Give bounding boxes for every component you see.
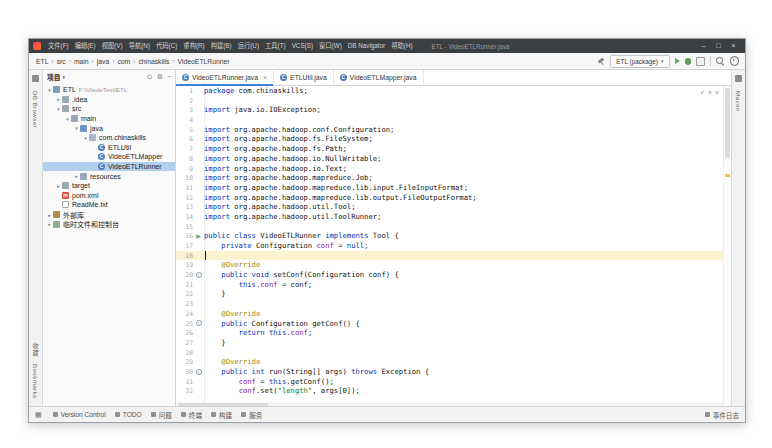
line-number[interactable]: 24 xyxy=(176,309,193,319)
run-config-select[interactable]: ETL (package) ▾ xyxy=(610,55,669,68)
tree-item[interactable]: ▾java xyxy=(43,123,175,133)
status-item[interactable]: 服务 xyxy=(241,410,262,420)
code-line[interactable]: 19 @Override xyxy=(176,260,731,270)
code-line[interactable]: 13import org.apache.hadoop.util.Tool; xyxy=(176,202,731,212)
line-number[interactable]: 17 xyxy=(176,241,193,251)
inspection-widget[interactable]: ✓ ∧ ∨ xyxy=(700,88,719,95)
tree-item[interactable]: ▾com.chinaskills xyxy=(43,133,175,143)
scrollbar-thumb[interactable] xyxy=(725,88,730,158)
project-panel-title[interactable]: 项目 xyxy=(47,72,61,82)
line-number[interactable]: 31 xyxy=(176,377,193,387)
horizontal-scrollbar[interactable] xyxy=(176,402,731,406)
status-item[interactable]: 构建 xyxy=(211,410,232,420)
close-icon[interactable]: × xyxy=(263,74,267,81)
maximize-button[interactable]: □ xyxy=(711,39,726,53)
code-line[interactable]: 21 this.conf = conf; xyxy=(176,280,731,290)
gear-icon[interactable]: ⚙ xyxy=(157,70,163,84)
line-number[interactable]: 22 xyxy=(176,289,193,299)
code-line[interactable]: 14import org.apache.hadoop.util.ToolRunn… xyxy=(176,212,731,222)
status-item[interactable]: 问题 xyxy=(151,410,172,420)
chevron-icon[interactable]: ▸ xyxy=(46,212,53,218)
code-line[interactable]: 20↑ public void setConf(Configuration co… xyxy=(176,270,731,280)
menu-item[interactable]: 工具(T) xyxy=(262,39,289,53)
line-number[interactable]: 15 xyxy=(176,222,193,232)
menu-item[interactable]: 帮助(H) xyxy=(388,39,415,53)
menu-item[interactable]: 重构(R) xyxy=(180,39,207,53)
menu-item[interactable]: 视图(V) xyxy=(99,39,126,53)
prev-problem-icon[interactable]: ∧ xyxy=(708,89,712,95)
status-item[interactable]: 事件日志 xyxy=(705,410,739,420)
tree-item[interactable]: mpom.xml xyxy=(43,191,175,201)
line-number[interactable]: 6 xyxy=(176,134,193,144)
breadcrumb-item[interactable]: ETL xyxy=(35,58,49,65)
override-icon[interactable]: ↑ xyxy=(196,320,202,326)
tree-item[interactable]: ▾main xyxy=(43,114,175,124)
minimize-button[interactable]: – xyxy=(696,39,711,53)
chevron-icon[interactable]: ▾ xyxy=(64,116,71,122)
close-button[interactable]: × xyxy=(726,39,741,53)
breadcrumb-item[interactable]: src xyxy=(56,58,67,65)
line-number[interactable]: 30 xyxy=(176,367,193,377)
code-line[interactable]: 22 } xyxy=(176,289,731,299)
line-number[interactable]: 32 xyxy=(176,386,193,396)
code-line[interactable]: 31 conf = this.getConf(); xyxy=(176,377,731,387)
editor[interactable]: 1package com.chinaskills;23import java.i… xyxy=(176,86,731,406)
code-line[interactable]: 18 xyxy=(176,251,731,261)
line-number[interactable]: 9 xyxy=(176,164,193,174)
breadcrumb-item[interactable]: chinaskills xyxy=(137,58,170,65)
editor-tab[interactable]: CETLUtil.java xyxy=(274,70,334,85)
code-line[interactable]: 5import org.apache.hadoop.conf.Configura… xyxy=(176,125,731,135)
code-area[interactable]: 1package com.chinaskills;23import java.i… xyxy=(176,86,731,402)
status-item[interactable]: 终端 xyxy=(181,410,202,420)
menu-item[interactable]: 文件(F) xyxy=(45,39,72,53)
line-number[interactable]: 21 xyxy=(176,280,193,290)
line-number[interactable]: 3 xyxy=(176,105,193,115)
chevron-icon[interactable]: ▾ xyxy=(82,135,89,141)
tool-window-button[interactable]: Bookmarks xyxy=(32,364,39,399)
locate-icon[interactable]: ⊙ xyxy=(147,70,153,84)
line-number[interactable]: 28 xyxy=(176,348,193,358)
tree-item[interactable]: ▸外部库 xyxy=(43,210,175,220)
menu-item[interactable]: VCS(S) xyxy=(289,39,316,53)
line-number[interactable]: 13 xyxy=(176,202,193,212)
line-number[interactable]: 19 xyxy=(176,260,193,270)
warning-stripe-mark[interactable] xyxy=(725,174,730,177)
run-icon[interactable] xyxy=(675,58,680,64)
code-line[interactable]: 32 conf.set("length", args[0]); xyxy=(176,386,731,396)
tree-item[interactable]: ▾src xyxy=(43,104,175,114)
code-line[interactable]: 1package com.chinaskills; xyxy=(176,86,731,96)
code-line[interactable]: 24 @Override xyxy=(176,309,731,319)
menu-item[interactable]: DB Navigator xyxy=(345,39,388,53)
code-line[interactable]: 28 xyxy=(176,348,731,358)
editor-tab[interactable]: CVideoETLMapper.java xyxy=(334,70,424,85)
chevron-icon[interactable]: ▾ xyxy=(55,106,62,112)
line-number[interactable]: 14 xyxy=(176,212,193,222)
code-line[interactable]: 16▶public class VideoETLRunner implement… xyxy=(176,231,731,241)
code-line[interactable]: 4 xyxy=(176,115,731,125)
menu-item[interactable]: 构建(B) xyxy=(208,39,235,53)
line-number[interactable]: 7 xyxy=(176,144,193,154)
status-item[interactable]: Version Control xyxy=(53,410,106,420)
project-tool-icon[interactable] xyxy=(32,75,39,82)
menu-item[interactable]: 导航(N) xyxy=(126,39,153,53)
code-line[interactable]: 15 xyxy=(176,222,731,232)
tree-item[interactable]: ▾ETLF:\ViisdeTest\ETL xyxy=(43,85,175,95)
code-line[interactable]: 30↑ public int run(String[] args) throws… xyxy=(176,367,731,377)
code-line[interactable]: 6import org.apache.hadoop.fs.FileSystem; xyxy=(176,134,731,144)
code-line[interactable]: 2 xyxy=(176,96,731,106)
breadcrumb-item[interactable]: main xyxy=(73,58,90,65)
toolwindow-switcher-icon[interactable]: ▦ xyxy=(35,411,42,419)
chevron-icon[interactable]: ▸ xyxy=(73,173,80,179)
tree-item[interactable]: ReadMe.txt xyxy=(43,200,175,210)
line-number[interactable]: 5 xyxy=(176,125,193,135)
next-problem-icon[interactable]: ∨ xyxy=(715,89,719,95)
line-number[interactable]: 12 xyxy=(176,193,193,203)
code-line[interactable]: 23 xyxy=(176,299,731,309)
tool-window-button[interactable]: 收藏 xyxy=(31,343,40,356)
coverage-icon[interactable] xyxy=(696,57,705,66)
tree-item[interactable]: CVideoETLRunner xyxy=(43,162,175,172)
chevron-icon[interactable]: ▾ xyxy=(73,125,80,131)
breadcrumb-item[interactable]: VideoETLRunner xyxy=(177,58,231,65)
line-number[interactable]: 4 xyxy=(176,115,193,125)
tree-item[interactable]: ▸resources xyxy=(43,171,175,181)
